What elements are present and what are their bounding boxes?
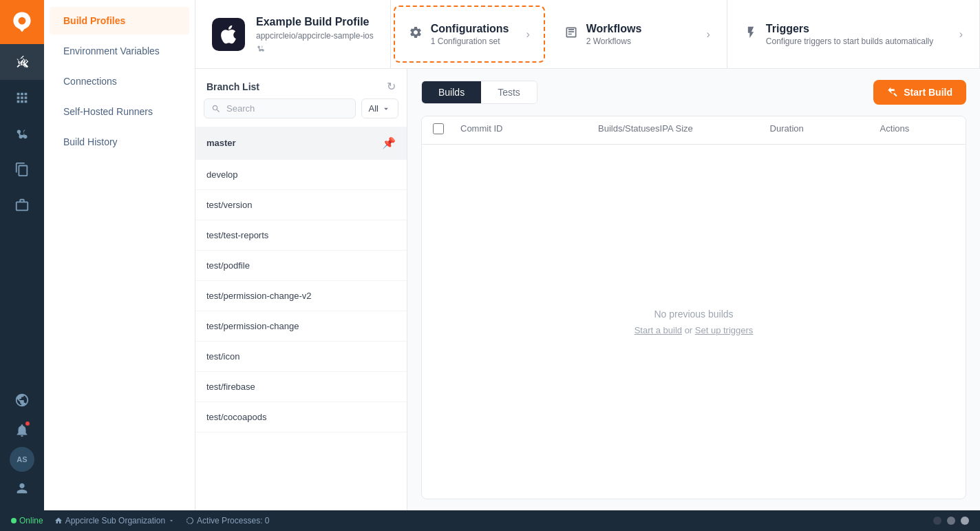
build-table-header: Commit ID Builds/Statuses IPA Size Durat… xyxy=(422,116,966,145)
branch-name: test/firebase xyxy=(206,382,255,392)
search-input[interactable] xyxy=(226,103,348,114)
content-area: Branch List ↻ All master xyxy=(195,69,980,510)
chevron-down-icon xyxy=(381,104,391,114)
no-builds-primary: No previous builds xyxy=(654,309,733,320)
nav-branch[interactable] xyxy=(0,116,44,152)
branch-refresh-button[interactable]: ↻ xyxy=(387,80,396,93)
branch-name: master xyxy=(206,138,236,148)
branch-item-test-permission-change-v2[interactable]: test/permission-change-v2 xyxy=(195,281,407,311)
sidebar-item-environment-variables[interactable]: Environment Variables xyxy=(50,37,189,65)
status-org: Appcircle Sub Organization xyxy=(54,516,175,525)
col-builds-statuses: Builds/Statuses xyxy=(598,123,660,137)
profile-text: Example Build Profile appcircleio/appcir… xyxy=(256,16,374,53)
branch-item-test-firebase[interactable]: test/firebase xyxy=(195,372,407,402)
col-actions: Actions xyxy=(880,123,966,137)
org-icon xyxy=(54,517,63,525)
triggers-subtitle: Configure triggers to start builds autom… xyxy=(766,37,951,46)
triggers-arrow: › xyxy=(959,28,963,41)
trigger-icon xyxy=(744,25,758,43)
far-left-nav: AS xyxy=(0,0,44,510)
branch-item-test-podfile[interactable]: test/podfile xyxy=(195,251,407,281)
triggers-card-content: Triggers Configure triggers to start bui… xyxy=(766,23,951,46)
tab-builds[interactable]: Builds xyxy=(422,81,481,103)
set-up-triggers-link[interactable]: Set up triggers xyxy=(695,325,754,335)
sidebar-item-connections[interactable]: Connections xyxy=(50,67,189,95)
status-bar: Online Appcircle Sub Organization Active… xyxy=(0,510,980,531)
branch-item-test-icon[interactable]: test/icon xyxy=(195,342,407,372)
sidebar-item-build-profiles[interactable]: Build Profiles xyxy=(50,7,189,34)
start-build-button[interactable]: Start Build xyxy=(873,80,966,105)
branch-filter-dropdown[interactable]: All xyxy=(361,98,398,118)
config-icon xyxy=(409,25,423,43)
workflows-subtitle: 2 Workflows xyxy=(586,37,699,46)
nav-bell[interactable] xyxy=(8,417,36,444)
status-circle-light xyxy=(961,517,969,525)
start-build-link[interactable]: Start a build xyxy=(635,325,682,335)
branch-name: test/permission-change xyxy=(206,321,299,331)
tab-tests[interactable]: Tests xyxy=(481,81,537,103)
branch-name: test/cocoapods xyxy=(206,412,266,422)
build-table: Commit ID Builds/Statuses IPA Size Durat… xyxy=(421,116,966,499)
triggers-card[interactable]: Triggers Configure triggers to start bui… xyxy=(727,0,980,68)
nav-user[interactable] xyxy=(8,475,36,502)
org-label: Appcircle Sub Organization xyxy=(65,516,165,525)
profile-name: Example Build Profile xyxy=(256,16,374,28)
branch-panel: Branch List ↻ All master xyxy=(195,69,407,510)
select-all-checkbox[interactable] xyxy=(433,123,444,134)
org-initials: AS xyxy=(17,455,27,464)
branch-item-test-version[interactable]: test/version xyxy=(195,190,407,220)
processes-icon xyxy=(186,517,194,525)
branch-search-row: All xyxy=(195,98,407,127)
svg-point-0 xyxy=(19,17,26,25)
nav-globe[interactable] xyxy=(8,386,36,414)
pin-icon: 📌 xyxy=(382,136,396,149)
start-build-icon xyxy=(887,87,898,98)
profile-info: Example Build Profile appcircleio/appcir… xyxy=(195,0,391,68)
main-content: Example Build Profile appcircleio/appcir… xyxy=(195,0,980,510)
configurations-card[interactable]: Configurations 1 Configuration set › xyxy=(394,6,545,63)
sidebar: Build Profiles Environment Variables Con… xyxy=(44,0,195,510)
workflows-card[interactable]: Workflows 2 Workflows › xyxy=(548,0,727,68)
build-tabs: Builds Tests xyxy=(421,81,537,104)
branch-list: master 📌 develop test/version test/test-… xyxy=(195,127,407,510)
branch-name: test/version xyxy=(206,200,252,210)
nav-distribution[interactable] xyxy=(0,80,44,116)
nav-org-avatar[interactable]: AS xyxy=(10,447,34,472)
nav-build[interactable] xyxy=(0,44,44,80)
workflows-card-content: Workflows 2 Workflows xyxy=(586,23,699,46)
org-chevron-icon xyxy=(168,517,175,524)
branch-list-title: Branch List xyxy=(206,81,259,92)
nav-briefcase[interactable] xyxy=(0,187,44,223)
branch-search-box[interactable] xyxy=(204,98,356,118)
filter-label: All xyxy=(369,103,379,114)
profile-url: appcircleio/appcircle-sample-ios xyxy=(256,31,374,41)
profile-icon xyxy=(212,18,245,51)
branch-item-test-cocoapods[interactable]: test/cocoapods xyxy=(195,402,407,433)
status-right xyxy=(933,517,969,525)
no-builds-secondary: Start a build or Set up triggers xyxy=(635,325,754,335)
branch-item-test-permission-change[interactable]: test/permission-change xyxy=(195,311,407,342)
processes-label: Active Processes: 0 xyxy=(197,516,269,525)
branch-item-master[interactable]: master 📌 xyxy=(195,127,407,160)
workflows-arrow: › xyxy=(707,28,710,41)
status-circle-dark xyxy=(933,517,941,525)
nav-copy[interactable] xyxy=(0,152,44,187)
build-table-body: No previous builds Start a build or Set … xyxy=(422,145,966,499)
branch-item-develop[interactable]: develop xyxy=(195,160,407,190)
col-checkbox[interactable] xyxy=(433,123,460,137)
sidebar-item-build-history[interactable]: Build History xyxy=(50,128,189,156)
sidebar-item-self-hosted-runners[interactable]: Self-Hosted Runners xyxy=(50,98,189,125)
branch-name: test/podfile xyxy=(206,260,250,271)
branch-item-test-reports[interactable]: test/test-reports xyxy=(195,220,407,251)
col-duration: Duration xyxy=(770,123,880,137)
configurations-title: Configurations xyxy=(431,23,518,35)
configurations-arrow: › xyxy=(526,28,529,41)
build-toolbar: Builds Tests Start Build xyxy=(421,80,966,105)
configurations-card-content: Configurations 1 Configuration set xyxy=(431,23,518,46)
branch-name: test/permission-change-v2 xyxy=(206,291,311,301)
search-icon xyxy=(211,104,221,114)
configurations-subtitle: 1 Configuration set xyxy=(431,37,518,46)
workflow-icon xyxy=(564,25,578,43)
branch-name: develop xyxy=(206,169,238,180)
app-logo[interactable] xyxy=(0,0,44,44)
